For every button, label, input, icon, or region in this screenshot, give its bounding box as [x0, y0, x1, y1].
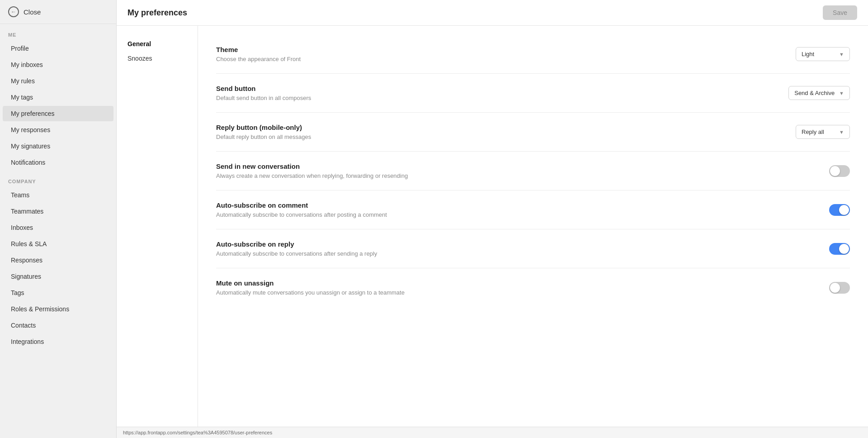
toggle-thumb — [830, 283, 840, 293]
theme-info: Theme Choose the appearance of Front — [216, 46, 778, 62]
auto-subscribe-reply-info: Auto-subscribe on reply Automatically su… — [216, 240, 811, 257]
sidebar-item-notifications[interactable]: Notifications — [3, 155, 113, 170]
send-new-conversation-info: Send in new conversation Always create a… — [216, 162, 811, 179]
sidebar-item-integrations[interactable]: Integrations — [3, 334, 113, 349]
reply-button-control: Reply all ▼ — [796, 125, 850, 139]
auto-subscribe-comment-label: Auto-subscribe on comment — [216, 201, 811, 209]
status-url: https://app.frontapp.com/settings/tea%3A… — [123, 430, 272, 435]
reply-button-info: Reply button (mobile-only) Default reply… — [216, 124, 778, 140]
main-header: My preferences Save — [117, 0, 868, 26]
theme-dropdown[interactable]: Light ▼ — [796, 47, 850, 61]
sidebar-item-rules-sla[interactable]: Rules & SLA — [3, 236, 113, 252]
send-new-conversation-desc: Always create a new conversation when re… — [216, 172, 811, 179]
toggle-thumb — [830, 166, 840, 176]
content-nav: General Snoozes — [117, 26, 198, 427]
send-button-value: Send & Archive — [794, 90, 835, 96]
close-label: Close — [24, 8, 41, 16]
sidebar-item-profile[interactable]: Profile — [3, 41, 113, 56]
sidebar-item-tags[interactable]: Tags — [3, 285, 113, 300]
mute-on-unassign-row: Mute on unassign Automatically mute conv… — [216, 268, 850, 307]
send-new-conversation-control — [829, 165, 850, 177]
chevron-down-icon: ▼ — [839, 52, 844, 57]
sidebar-item-my-tags[interactable]: My tags — [3, 90, 113, 105]
nav-item-snoozes[interactable]: Snoozes — [117, 51, 198, 66]
sidebar-item-roles-permissions[interactable]: Roles & Permissions — [3, 301, 113, 317]
sidebar-item-my-inboxes[interactable]: My inboxes — [3, 57, 113, 72]
mute-on-unassign-desc: Automatically mute conversations you una… — [216, 289, 811, 296]
auto-subscribe-reply-label: Auto-subscribe on reply — [216, 240, 811, 248]
company-section-label: COMPANY — [0, 171, 116, 187]
sidebar-item-teammates[interactable]: Teammates — [3, 204, 113, 219]
sidebar-item-responses[interactable]: Responses — [3, 252, 113, 268]
reply-button-dropdown[interactable]: Reply all ▼ — [796, 125, 850, 139]
send-button-label: Send button — [216, 85, 770, 92]
sidebar-item-my-rules[interactable]: My rules — [3, 73, 113, 89]
send-button-setting-row: Send button Default send button in all c… — [216, 74, 850, 113]
chevron-down-icon: ▼ — [839, 129, 844, 135]
toggle-thumb — [839, 244, 849, 254]
send-button-desc: Default send button in all composers — [216, 95, 770, 101]
sidebar-item-my-signatures[interactable]: My signatures — [3, 138, 113, 154]
status-bar: https://app.frontapp.com/settings/tea%3A… — [117, 427, 868, 438]
auto-subscribe-comment-info: Auto-subscribe on comment Automatically … — [216, 201, 811, 218]
auto-subscribe-reply-toggle[interactable] — [829, 243, 850, 255]
send-new-conversation-row: Send in new conversation Always create a… — [216, 152, 850, 190]
nav-item-general[interactable]: General — [117, 37, 198, 51]
mute-on-unassign-label: Mute on unassign — [216, 279, 811, 287]
save-button[interactable]: Save — [823, 5, 857, 20]
theme-control: Light ▼ — [796, 47, 850, 61]
close-button[interactable]: ← Close — [0, 0, 116, 24]
auto-subscribe-reply-desc: Automatically subscribe to conversations… — [216, 250, 811, 257]
mute-on-unassign-control — [829, 282, 850, 294]
theme-setting-row: Theme Choose the appearance of Front Lig… — [216, 35, 850, 74]
auto-subscribe-comment-row: Auto-subscribe on comment Automatically … — [216, 190, 850, 229]
reply-button-value: Reply all — [802, 129, 824, 135]
auto-subscribe-reply-control — [829, 243, 850, 255]
auto-subscribe-comment-desc: Automatically subscribe to conversations… — [216, 211, 811, 218]
reply-button-setting-row: Reply button (mobile-only) Default reply… — [216, 113, 850, 152]
mute-on-unassign-info: Mute on unassign Automatically mute conv… — [216, 279, 811, 296]
sidebar-item-my-responses[interactable]: My responses — [3, 122, 113, 138]
me-section-label: ME — [0, 24, 116, 40]
reply-button-desc: Default reply button on all messages — [216, 133, 778, 140]
sidebar-item-signatures[interactable]: Signatures — [3, 269, 113, 284]
content-area: General Snoozes Theme Choose the appeara… — [117, 26, 868, 427]
theme-desc: Choose the appearance of Front — [216, 56, 778, 62]
sidebar-item-inboxes[interactable]: Inboxes — [3, 220, 113, 235]
main-panel: My preferences Save General Snoozes Them… — [117, 0, 868, 438]
sidebar-item-my-preferences[interactable]: My preferences — [3, 106, 113, 121]
send-new-conversation-toggle[interactable] — [829, 165, 850, 177]
send-new-conversation-label: Send in new conversation — [216, 162, 811, 170]
chevron-down-icon: ▼ — [839, 90, 844, 96]
send-button-info: Send button Default send button in all c… — [216, 85, 770, 101]
mute-on-unassign-toggle[interactable] — [829, 282, 850, 294]
back-icon: ← — [8, 6, 19, 17]
send-button-control: Send & Archive ▼ — [788, 86, 850, 100]
sidebar-item-teams[interactable]: Teams — [3, 187, 113, 203]
sidebar: ← Close ME Profile My inboxes My rules M… — [0, 0, 117, 438]
page-title: My preferences — [127, 8, 187, 18]
auto-subscribe-comment-toggle[interactable] — [829, 204, 850, 216]
settings-panel: Theme Choose the appearance of Front Lig… — [198, 26, 868, 427]
auto-subscribe-comment-control — [829, 204, 850, 216]
theme-label: Theme — [216, 46, 778, 53]
send-button-dropdown[interactable]: Send & Archive ▼ — [788, 86, 850, 100]
theme-value: Light — [802, 51, 814, 57]
sidebar-item-contacts[interactable]: Contacts — [3, 318, 113, 333]
toggle-thumb — [839, 205, 849, 215]
auto-subscribe-reply-row: Auto-subscribe on reply Automatically su… — [216, 229, 850, 268]
reply-button-label: Reply button (mobile-only) — [216, 124, 778, 131]
